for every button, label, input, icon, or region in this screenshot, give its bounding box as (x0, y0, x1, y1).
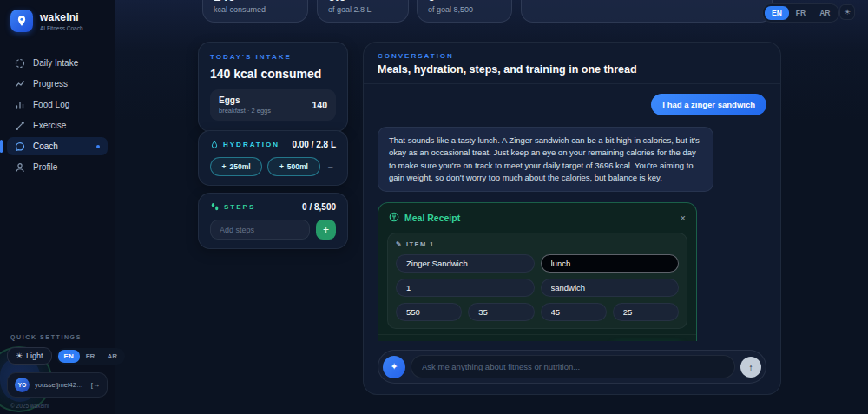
sidebar-item-label: Exercise (33, 121, 66, 130)
plus-icon: + (279, 162, 284, 171)
receipt-row-1 (396, 254, 679, 273)
add-steps-input[interactable] (210, 220, 310, 240)
food-name: Eggs (219, 95, 271, 105)
topbar-card-hydration: 0.0 of goal 2.8 L (317, 0, 409, 23)
sidebar: wakelni AI Fitness Coach Daily Intake Pr… (0, 0, 115, 414)
topbar-steps-value: 0 (428, 0, 501, 3)
intake-headline: 140 kcal consumed (210, 67, 336, 81)
carbs-field[interactable] (541, 303, 607, 321)
lang-en-button[interactable]: EN (58, 350, 80, 363)
topbar-kcal-value: 140 (214, 0, 297, 3)
add-500ml-label: 500ml (287, 162, 308, 171)
topbar-card-steps: 0 of goal 8,500 (417, 0, 512, 23)
footprints-icon (210, 202, 220, 212)
user-avatar: YO (15, 378, 30, 392)
chat-message-input[interactable] (411, 355, 735, 378)
logout-icon[interactable]: [→ (91, 381, 100, 389)
sidebar-item-food-log[interactable]: Food Log (7, 95, 108, 114)
trending-up-icon (15, 79, 25, 89)
fork-plate-icon (389, 210, 399, 226)
send-button[interactable]: ↑ (740, 357, 761, 378)
topbar-hydration-value: 0.0 (328, 0, 398, 3)
topbar-language-switch: EN FR AR (762, 3, 839, 23)
sidebar-item-label: Progress (33, 79, 68, 89)
sidebar-item-progress[interactable]: Progress (7, 75, 108, 93)
todays-intake-card: TODAY'S INTAKE 140 kcal consumed Eggs br… (198, 42, 348, 132)
sidebar-item-label: Daily Intake (33, 58, 78, 68)
topbar-lang-ar-button[interactable]: AR (812, 6, 837, 20)
topbar-theme-button[interactable]: ☀ (839, 4, 855, 20)
sidebar-item-coach[interactable]: Coach (7, 137, 108, 155)
item-label-row: ✎ ITEM 1 (396, 240, 679, 248)
food-log-row[interactable]: Eggs breakfast · 2 eggs 140 (210, 89, 336, 121)
topbar-card-extra (521, 0, 773, 23)
topbar-kcal-caption: kcal consumed (214, 5, 297, 14)
sidebar-language-switch: EN FR AR (56, 348, 125, 365)
hydration-value: 0.00 / 2.8 L (292, 140, 336, 149)
sidebar-item-daily-intake[interactable]: Daily Intake (7, 54, 108, 72)
sparkles-button[interactable]: ✦ (383, 356, 405, 378)
chat-messages-area: I had a zinger sandwich That sounds like… (364, 84, 780, 341)
meal-receipt-title: Meal Receipt (404, 213, 460, 223)
quick-settings-row: ☀ Light EN FR AR (7, 347, 108, 365)
brand-name: wakelni (40, 11, 83, 23)
steps-input-row: + (210, 220, 336, 240)
sidebar-nav: Daily Intake Progress Food Log Exercise … (0, 43, 115, 187)
meal-receipt-footer: 550 kcal total Save To Today (378, 334, 696, 341)
brand-header: wakelni AI Fitness Coach (0, 0, 115, 43)
pencil-icon: ✎ (396, 240, 403, 248)
brand-text: wakelni AI Fitness Coach (40, 11, 83, 31)
topbar-lang-en-button[interactable]: EN (765, 6, 789, 20)
bar-chart-icon (15, 100, 25, 110)
topbar-card-kcal: 140 kcal consumed (202, 0, 308, 23)
copyright-text: © 2025 wakelni (10, 403, 108, 409)
add-500ml-button[interactable]: + 500ml (267, 157, 319, 176)
meal-receipt-card: Meal Receipt × ✎ ITEM 1 (378, 202, 697, 341)
topbar-steps-caption: of goal 8,500 (428, 5, 501, 14)
person-icon (15, 162, 25, 173)
hydration-header-left: HYDRATION (210, 140, 279, 149)
sun-icon: ☀ (16, 352, 23, 360)
lang-fr-button[interactable]: FR (80, 350, 102, 363)
user-account-chip[interactable]: YO youssefjmel42@gm... [→ (7, 372, 108, 398)
topbar-lang-fr-button[interactable]: FR (789, 6, 812, 20)
food-kcal-value: 140 (312, 100, 327, 110)
hydration-section-label: HYDRATION (223, 141, 279, 148)
lang-ar-button[interactable]: AR (101, 350, 123, 363)
active-indicator-dot (96, 145, 100, 148)
receipt-row-2 (396, 279, 679, 297)
app-window: wakelni AI Fitness Coach Daily Intake Pr… (0, 0, 868, 414)
sidebar-item-exercise[interactable]: Exercise (7, 116, 108, 135)
quick-settings-label: QUICK SETTINGS (10, 334, 108, 340)
assistant-message-bubble: That sounds like a tasty lunch. A Zinger… (378, 127, 713, 192)
meal-type-field[interactable] (541, 254, 680, 273)
user-message-row: I had a zinger sandwich (378, 94, 766, 115)
receipt-row-3 (396, 303, 679, 321)
plus-icon: + (222, 162, 227, 171)
calories-field[interactable] (396, 303, 462, 321)
quantity-field[interactable] (396, 279, 535, 297)
sidebar-item-profile[interactable]: Profile (7, 158, 108, 176)
food-name-field[interactable] (396, 254, 535, 273)
theme-toggle-button[interactable]: ☀ Light (7, 347, 52, 365)
user-message-bubble: I had a zinger sandwich (651, 94, 766, 115)
category-field[interactable] (541, 279, 680, 297)
meal-receipt-item-panel: ✎ ITEM 1 (387, 233, 687, 329)
chat-input-bar: ✦ ↑ (378, 350, 766, 384)
sidebar-item-label: Coach (33, 141, 58, 151)
hydration-header: HYDRATION 0.00 / 2.8 L (210, 140, 336, 149)
steps-header: STEPS 0 / 8,500 (210, 202, 336, 212)
close-icon[interactable]: × (681, 214, 686, 223)
protein-field[interactable] (468, 303, 534, 321)
hydration-buttons-row: + 250ml + 500ml − (210, 157, 336, 176)
intake-section-label: TODAY'S INTAKE (210, 53, 336, 61)
water-droplet-icon (210, 140, 219, 149)
add-250ml-button[interactable]: + 250ml (210, 157, 262, 176)
dumbbell-icon (15, 121, 25, 131)
brand-tagline: AI Fitness Coach (40, 25, 83, 31)
fat-field[interactable] (613, 303, 679, 321)
add-steps-button[interactable]: + (316, 220, 336, 240)
brand-pin-icon (10, 10, 33, 32)
hydration-minus-button[interactable]: − (326, 161, 336, 172)
clock-icon (15, 58, 25, 69)
